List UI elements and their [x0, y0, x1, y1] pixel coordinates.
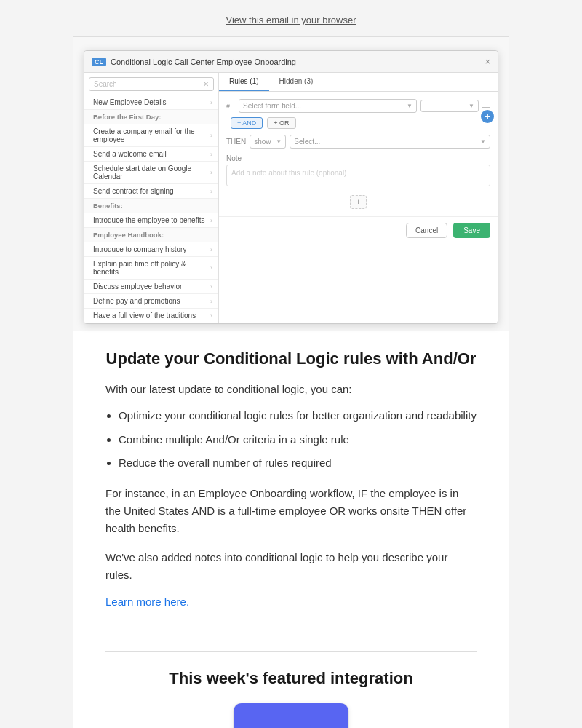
sidebar-item-welcome[interactable]: Send a welcome email › — [84, 147, 218, 162]
tab-hidden[interactable]: Hidden (3) — [269, 73, 324, 91]
select-down-icon: ▼ — [407, 103, 412, 109]
modal-right-panel: Rules (1) Hidden (3) # Select form field… — [219, 73, 498, 323]
cancel-button[interactable]: Cancel — [406, 223, 447, 238]
modal-body: Search ✕ New Employee Details › Before t… — [84, 73, 498, 323]
featured-section: This week's featured integration — [73, 669, 509, 728]
rule-action-select[interactable]: show ▼ — [250, 135, 286, 149]
sidebar-section-handbook: Employee Handbook: — [84, 228, 218, 242]
note-label: Note — [226, 154, 490, 162]
section1-title: Update your Conditional Logic rules with… — [105, 349, 477, 370]
search-placeholder: Search — [94, 80, 117, 88]
bullet-2: Combine multiple And/Or criteria in a si… — [119, 432, 477, 448]
save-button[interactable]: Save — [453, 223, 490, 238]
featured-title: This week's featured integration — [105, 669, 477, 688]
divider-container — [105, 651, 477, 652]
bullet-3: Reduce the overall number of rules requi… — [119, 455, 477, 472]
add-rule-button[interactable]: + — [350, 195, 367, 209]
tab-spacer — [323, 73, 498, 91]
add-rule-container: + — [226, 192, 490, 209]
select-down-icon: ▼ — [276, 138, 282, 145]
modal-close-button[interactable]: × — [485, 56, 490, 67]
bullet-1: Optimize your conditional logic rules fo… — [119, 408, 477, 424]
section-divider — [105, 651, 477, 652]
then-label: THEN — [226, 138, 246, 146]
chevron-icon: › — [210, 283, 212, 290]
section1-intro: With our latest update to conditional lo… — [105, 381, 477, 398]
modal-mockup: CL Conditional Logic Call Center Employe… — [84, 50, 498, 324]
section1-body2: We've also added notes into conditional … — [105, 549, 477, 584]
sidebar-item-pay[interactable]: Define pay and promotions › — [84, 294, 218, 309]
sidebar-item-pto[interactable]: Explain paid time off policy & benefits … — [84, 257, 218, 280]
modal-sidebar: Search ✕ New Employee Details › Before t… — [84, 73, 219, 323]
select-down-icon: ▼ — [480, 138, 486, 145]
sidebar-search[interactable]: Search ✕ — [89, 77, 214, 91]
chevron-icon: › — [210, 188, 212, 195]
sidebar-item-introduce-benefits[interactable]: Introduce the employee to benefits › — [84, 213, 218, 228]
sidebar-section-benefits: Benefits: — [84, 199, 218, 213]
integration-card — [233, 703, 349, 728]
section1-body1: For instance, in an Employee Onboarding … — [105, 485, 477, 537]
sidebar-item-behavior[interactable]: Discuss employee behavior › — [84, 280, 218, 294]
sidebar-item-schedule[interactable]: Schedule start date on Google Calendar › — [84, 162, 218, 184]
email-container: CL Conditional Logic Call Center Employe… — [73, 36, 509, 728]
email-content-section1: Update your Conditional Logic rules with… — [73, 331, 509, 630]
chevron-icon: › — [210, 246, 212, 253]
modal-title: Conditional Logic Call Center Employee O… — [111, 58, 296, 66]
chevron-icon: › — [210, 298, 212, 305]
rule-field-select[interactable]: Select form field... ▼ — [239, 99, 417, 113]
rule-if-row: # Select form field... ▼ ▼ — — [226, 99, 490, 113]
rule-then-row: THEN show ▼ Select... ▼ — [226, 135, 490, 149]
chevron-icon: › — [210, 99, 212, 106]
discord-icon — [266, 723, 316, 728]
conditional-logic-icon: CL — [92, 58, 106, 66]
and-or-row: + AND + OR — [226, 117, 490, 129]
bullet-list: Optimize your conditional logic rules fo… — [119, 408, 477, 472]
and-button[interactable]: + AND — [231, 117, 263, 129]
chevron-icon: › — [210, 132, 212, 139]
sidebar-section-before: Before the First Day: — [84, 110, 218, 124]
rule-field-target-select[interactable]: Select... ▼ — [290, 135, 490, 149]
plus-icon: + — [356, 198, 361, 206]
screenshot-area: CL Conditional Logic Call Center Employe… — [73, 37, 509, 331]
chevron-icon: › — [210, 217, 212, 224]
rule-operator-select[interactable]: ▼ — [420, 100, 479, 112]
or-button[interactable]: + OR — [267, 117, 295, 129]
sidebar-item-traditions[interactable]: Have a full view of the traditions › — [84, 309, 218, 323]
note-textarea[interactable]: Add a note about this rule (optional) — [226, 165, 490, 186]
search-clear-icon: ✕ — [203, 80, 209, 88]
chevron-icon: › — [210, 169, 212, 176]
tab-rules[interactable]: Rules (1) — [219, 73, 269, 91]
modal-header: CL Conditional Logic Call Center Employe… — [84, 51, 498, 73]
modal-tabs: Rules (1) Hidden (3) — [219, 73, 498, 92]
integration-card-image — [234, 703, 348, 728]
learn-more-link[interactable]: Learn more here. — [105, 596, 189, 608]
modal-footer: Cancel Save — [219, 216, 498, 244]
sidebar-item-history[interactable]: Introduce to company history › — [84, 242, 218, 257]
top-bar: View this email in your browser — [0, 0, 582, 36]
add-outside-button[interactable]: + — [481, 110, 494, 123]
sidebar-item-contract[interactable]: Send contract for signing › — [84, 184, 218, 199]
modal-rule-content: # Select form field... ▼ ▼ — — [219, 92, 498, 216]
rule-if-label: # — [226, 103, 235, 110]
rule-remove-button[interactable]: — — [482, 102, 490, 111]
view-in-browser-link[interactable]: View this email in your browser — [226, 15, 356, 25]
sidebar-item-new-employee[interactable]: New Employee Details › — [84, 95, 218, 110]
chevron-icon: › — [210, 312, 212, 320]
sidebar-item-email[interactable]: Create a company email for the employee … — [84, 124, 218, 147]
chevron-icon: › — [210, 151, 212, 158]
chevron-icon: › — [210, 264, 212, 272]
select-down-icon: ▼ — [469, 103, 474, 109]
